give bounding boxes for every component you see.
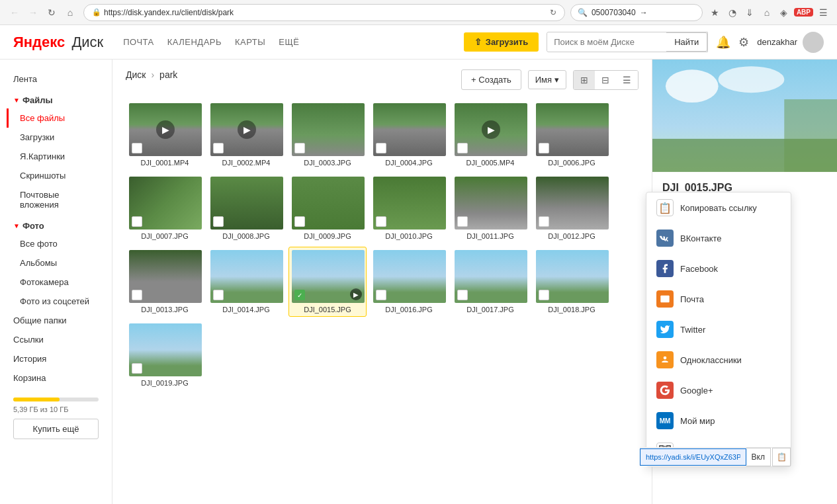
file-checkbox[interactable] bbox=[213, 216, 224, 227]
nav-calendar[interactable]: КАЛЕНДАРЬ bbox=[167, 37, 222, 47]
sidebar-email-label: Почтовые вложения bbox=[20, 190, 99, 210]
back-button[interactable]: ← bbox=[7, 5, 22, 21]
sidebar-item-links[interactable]: Ссылки bbox=[0, 330, 112, 349]
sidebar-item-shared[interactable]: Общие папки bbox=[0, 311, 112, 330]
list-item[interactable]: DJI_0018.JPG bbox=[533, 247, 611, 317]
reload-button[interactable]: ↻ bbox=[44, 5, 60, 21]
list-item[interactable]: DJI_0012.JPG bbox=[533, 173, 611, 243]
settings-icon[interactable]: ⚙ bbox=[738, 35, 749, 50]
file-checkbox[interactable] bbox=[457, 143, 468, 153]
list-item[interactable]: DJI_0007.JPG bbox=[126, 173, 204, 243]
sidebar-item-tape[interactable]: Лента bbox=[0, 69, 112, 89]
list-item[interactable]: DJI_0014.JPG bbox=[207, 247, 285, 317]
sidebar-item-images[interactable]: Я.Картинки bbox=[7, 147, 112, 166]
list-item[interactable]: DJI_0013.JPG bbox=[126, 247, 204, 317]
forward-button[interactable]: → bbox=[25, 5, 41, 21]
list-item[interactable]: DJI_0019.JPG bbox=[126, 320, 204, 390]
share-odnoklassniki[interactable]: Одноклассники bbox=[646, 345, 791, 375]
breadcrumb-root[interactable]: Диск bbox=[126, 69, 146, 80]
sidebar-item-trash[interactable]: Корзина bbox=[0, 368, 112, 388]
menu-icon[interactable]: ☰ bbox=[816, 5, 830, 20]
sidebar-item-downloads[interactable]: Загрузки bbox=[7, 128, 112, 147]
view-small-grid-button[interactable]: ⊟ bbox=[595, 71, 616, 89]
browser-search-bar[interactable]: 🔍 0500703040 → bbox=[570, 4, 703, 21]
list-item[interactable]: DJI_0006.JPG bbox=[533, 100, 611, 170]
file-checkbox[interactable] bbox=[132, 290, 142, 300]
nav-more[interactable]: ЕЩЁ bbox=[279, 37, 299, 47]
list-item[interactable]: DJI_0017.JPG bbox=[451, 247, 529, 317]
search-button[interactable]: Найти bbox=[666, 32, 707, 52]
buy-button[interactable]: Купить ещё bbox=[13, 419, 99, 439]
share-vk[interactable]: ВКонтакте bbox=[646, 223, 791, 253]
logo[interactable]: Яндекс Диск bbox=[13, 34, 103, 51]
address-bar[interactable]: 🔒 https://disk.yandex.ru/client/disk/par… bbox=[83, 4, 565, 21]
view-large-grid-button[interactable]: ⊞ bbox=[574, 71, 595, 89]
search-input[interactable] bbox=[547, 33, 666, 51]
file-checkbox[interactable] bbox=[132, 143, 142, 153]
page-reload-icon[interactable]: ↻ bbox=[550, 8, 556, 17]
bell-icon[interactable]: 🔔 bbox=[716, 35, 730, 50]
list-item[interactable]: DJI_0010.JPG bbox=[370, 173, 448, 243]
list-item[interactable]: DJI_0008.JPG bbox=[207, 173, 285, 243]
file-checkbox[interactable] bbox=[376, 143, 386, 153]
file-checkbox[interactable] bbox=[539, 290, 549, 300]
yandex-icon[interactable]: ◔ bbox=[725, 5, 740, 20]
sidebar-item-social-photos[interactable]: Фото из соцсетей bbox=[7, 292, 112, 311]
share-copy-link[interactable]: 📋 Копировать ссылку bbox=[646, 192, 791, 223]
file-checkbox[interactable] bbox=[457, 216, 468, 227]
sidebar-item-all-files[interactable]: Все файлы bbox=[7, 108, 112, 128]
nav-maps[interactable]: КАРТЫ bbox=[235, 37, 265, 47]
lock-icon: 🔒 bbox=[92, 8, 101, 17]
sidebar-section-files[interactable]: ▼ Файлы bbox=[0, 89, 112, 108]
sidebar-item-history[interactable]: История bbox=[0, 349, 112, 368]
sidebar-item-screenshots[interactable]: Скриншоты bbox=[7, 166, 112, 185]
nav-buttons: ← → ↻ ⌂ bbox=[7, 5, 78, 21]
file-checkbox[interactable] bbox=[213, 143, 224, 153]
list-item[interactable]: DJI_0009.JPG bbox=[288, 173, 367, 243]
link-copy-button[interactable]: 📋 bbox=[772, 448, 791, 466]
file-checkbox[interactable] bbox=[376, 290, 386, 300]
file-checkbox[interactable] bbox=[539, 216, 549, 227]
file-checkbox[interactable] bbox=[132, 363, 142, 374]
upload-button[interactable]: ⇧ Загрузить bbox=[464, 32, 539, 52]
sidebar-section-photos[interactable]: ▼ Фото bbox=[0, 214, 112, 234]
abp-button[interactable]: ABP bbox=[794, 8, 813, 17]
home-ext-icon[interactable]: ⌂ bbox=[760, 5, 774, 20]
share-mail[interactable]: Почта bbox=[646, 284, 791, 314]
share-facebook[interactable]: Facebook bbox=[646, 253, 791, 284]
list-item[interactable]: DJI_0011.JPG bbox=[451, 173, 529, 243]
sort-button[interactable]: Имя ▾ bbox=[528, 70, 566, 89]
share-google-plus[interactable]: Google+ bbox=[646, 375, 791, 405]
sidebar-item-email-attachments[interactable]: Почтовые вложения bbox=[7, 185, 112, 214]
sidebar-item-camera[interactable]: Фотокамера bbox=[7, 273, 112, 292]
list-item[interactable]: DJI_0003.JPG bbox=[288, 100, 367, 170]
star-icon[interactable]: ★ bbox=[708, 5, 723, 20]
share-moi-mir[interactable]: MM Мой мир bbox=[646, 405, 791, 436]
shield-icon[interactable]: ◈ bbox=[777, 5, 791, 20]
sidebar-item-albums[interactable]: Альбомы bbox=[7, 253, 112, 273]
file-checkbox[interactable] bbox=[213, 290, 224, 300]
nav-mail[interactable]: ПОЧТА bbox=[123, 37, 154, 47]
file-checkbox[interactable] bbox=[457, 290, 468, 300]
list-item[interactable]: ▶ DJI_0005.MP4 bbox=[451, 100, 529, 170]
share-twitter[interactable]: Twitter bbox=[646, 314, 791, 345]
sidebar-item-all-photos[interactable]: Все фото bbox=[7, 234, 112, 253]
file-checkbox[interactable] bbox=[294, 143, 305, 153]
link-toggle-button[interactable]: Вкл bbox=[746, 448, 771, 466]
list-item[interactable]: ▶ DJI_0001.MP4 bbox=[126, 100, 204, 170]
link-input[interactable] bbox=[640, 448, 746, 466]
file-checkbox[interactable] bbox=[376, 216, 386, 227]
file-checkbox[interactable] bbox=[132, 216, 142, 227]
user-info[interactable]: denzakhar bbox=[757, 32, 824, 53]
create-button[interactable]: + Создать bbox=[461, 69, 521, 90]
download-icon[interactable]: ⇓ bbox=[742, 5, 757, 20]
list-item[interactable]: DJI_0004.JPG bbox=[370, 100, 448, 170]
home-button[interactable]: ⌂ bbox=[62, 5, 78, 21]
file-checkbox[interactable] bbox=[294, 290, 305, 300]
list-item[interactable]: ▶ DJI_0002.MP4 bbox=[207, 100, 285, 170]
file-checkbox[interactable] bbox=[539, 143, 549, 153]
file-checkbox[interactable] bbox=[294, 216, 305, 227]
view-list-button[interactable]: ☰ bbox=[616, 71, 638, 89]
list-item[interactable]: ▶ DJI_0015.JPG bbox=[288, 247, 367, 317]
list-item[interactable]: DJI_0016.JPG bbox=[370, 247, 448, 317]
